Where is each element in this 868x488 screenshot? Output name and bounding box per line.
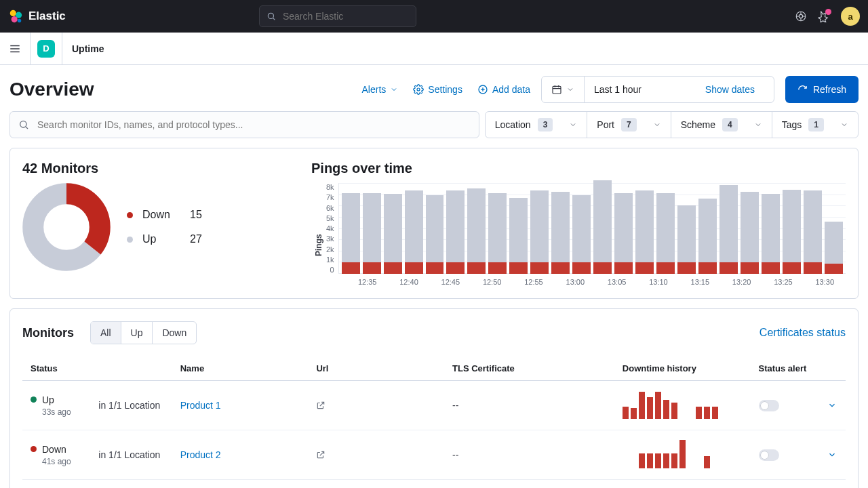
col-tls[interactable]: TLS Certificate [444, 352, 614, 381]
pings-bar-down [426, 262, 444, 274]
nav-toggle-button[interactable] [0, 43, 30, 55]
pings-bar [614, 193, 633, 274]
spark-bar [663, 400, 669, 419]
facet-count-badge: 7 [621, 118, 637, 131]
help-icon[interactable] [795, 10, 807, 22]
pings-bar-up [572, 195, 591, 262]
pings-bar-down [762, 262, 780, 274]
y-axis-ticks: 8k7k6k5k4k3k2k1k0 [326, 183, 338, 274]
pings-bar-down [804, 262, 822, 274]
pings-bar-up [426, 195, 444, 262]
pings-bar-up [719, 185, 738, 262]
facet-label: Tags [782, 119, 802, 130]
spark-bar [663, 453, 669, 468]
pings-bar-down [783, 262, 801, 274]
status-text: Down [42, 444, 66, 455]
pings-bar-down [719, 262, 738, 274]
pings-bar [509, 198, 528, 274]
date-range-display[interactable]: Last 1 hour Show dates [584, 77, 774, 102]
show-dates-link[interactable]: Show dates [696, 84, 764, 95]
alerts-button[interactable]: Alerts [362, 84, 399, 95]
monitor-search-input[interactable] [36, 119, 471, 131]
pings-bar [719, 185, 738, 274]
user-avatar[interactable]: a [841, 7, 860, 26]
pings-bar-down [677, 262, 696, 274]
tab-down[interactable]: Down [152, 322, 196, 344]
col-location [90, 352, 172, 381]
status-alert-toggle[interactable] [759, 449, 779, 461]
facet-location[interactable]: Location3 [486, 112, 587, 138]
legend-down: Down 15 [127, 209, 202, 221]
status-dot [31, 396, 37, 403]
newsfeed-icon[interactable] [818, 10, 830, 22]
breadcrumb-app[interactable]: Uptime [62, 43, 113, 54]
chevron-down-icon [390, 85, 398, 94]
add-data-button[interactable]: Add data [477, 84, 530, 95]
tab-all[interactable]: All [91, 322, 121, 344]
facet-scheme[interactable]: Scheme4 [671, 112, 772, 138]
space-selector[interactable]: D [37, 40, 55, 58]
settings-button[interactable]: Settings [413, 84, 462, 95]
col-alert[interactable]: Status alert [751, 352, 818, 381]
col-status[interactable]: Status [22, 352, 90, 381]
svg-line-24 [26, 127, 28, 129]
col-url[interactable]: Url [308, 352, 444, 381]
col-expand [818, 352, 846, 381]
certificates-status-link[interactable]: Certificates status [760, 327, 846, 339]
col-downtime[interactable]: Downtime history [614, 352, 751, 381]
pings-bar [741, 192, 759, 274]
pings-bar-up [342, 193, 360, 262]
tls-cell: -- [452, 400, 458, 411]
expand-row-button[interactable] [827, 401, 837, 410]
plus-circle-icon [477, 84, 488, 95]
pings-bar-down [656, 262, 675, 274]
pings-bar [467, 188, 486, 274]
monitor-search[interactable] [9, 111, 479, 138]
refresh-button[interactable]: Refresh [785, 76, 859, 103]
global-search[interactable] [259, 5, 416, 27]
pings-bar [530, 190, 549, 274]
external-link-icon[interactable] [316, 401, 436, 410]
app-header: D Uptime [0, 33, 868, 65]
pings-bar-up [762, 194, 780, 262]
pings-bar [572, 195, 591, 274]
monitors-summary: 42 Monitors Down 15 [22, 161, 307, 286]
status-alert-toggle[interactable] [759, 400, 779, 411]
pings-bar-down [405, 262, 423, 274]
pings-bar-up [783, 190, 801, 262]
pings-bar-down [825, 264, 843, 274]
svg-point-23 [20, 121, 26, 127]
monitor-name-link[interactable]: Product 2 [180, 449, 221, 460]
facet-count-badge: 1 [808, 118, 824, 131]
date-picker: Last 1 hour Show dates [541, 76, 774, 103]
expand-row-button[interactable] [827, 450, 837, 460]
status-ago: 33s ago [42, 407, 82, 417]
facet-tags[interactable]: Tags1 [772, 112, 858, 138]
pings-bar [384, 194, 402, 274]
table-row: Down41s agoin 1/1 LocationProduct 2-- [22, 430, 846, 480]
pings-bar-up [698, 199, 717, 262]
pings-bar-down [530, 262, 549, 274]
svg-rect-19 [553, 86, 561, 94]
brand-logo[interactable]: Elastic [8, 9, 66, 24]
pings-bar-up [405, 190, 423, 262]
svg-point-2 [12, 16, 18, 22]
date-picker-toggle[interactable] [542, 77, 584, 102]
status-indicator: Down [31, 444, 82, 455]
tab-up[interactable]: Up [121, 322, 153, 344]
status-ago: 41s ago [42, 457, 82, 466]
spark-bar [696, 407, 702, 419]
pings-bar [363, 193, 381, 274]
status-dot [31, 446, 37, 452]
pings-bar-down [741, 262, 759, 274]
global-search-input[interactable] [281, 10, 409, 22]
chevron-down-icon [754, 121, 762, 129]
facet-port[interactable]: Port7 [587, 112, 670, 138]
spark-bar [679, 440, 686, 468]
legend-down-count: 15 [190, 209, 202, 221]
monitor-name-link[interactable]: Product 1 [180, 400, 221, 411]
col-name[interactable]: Name [172, 352, 309, 381]
external-link-icon[interactable] [316, 450, 436, 460]
legend-up: Up 27 [127, 233, 202, 245]
pings-bar-up [467, 188, 486, 262]
